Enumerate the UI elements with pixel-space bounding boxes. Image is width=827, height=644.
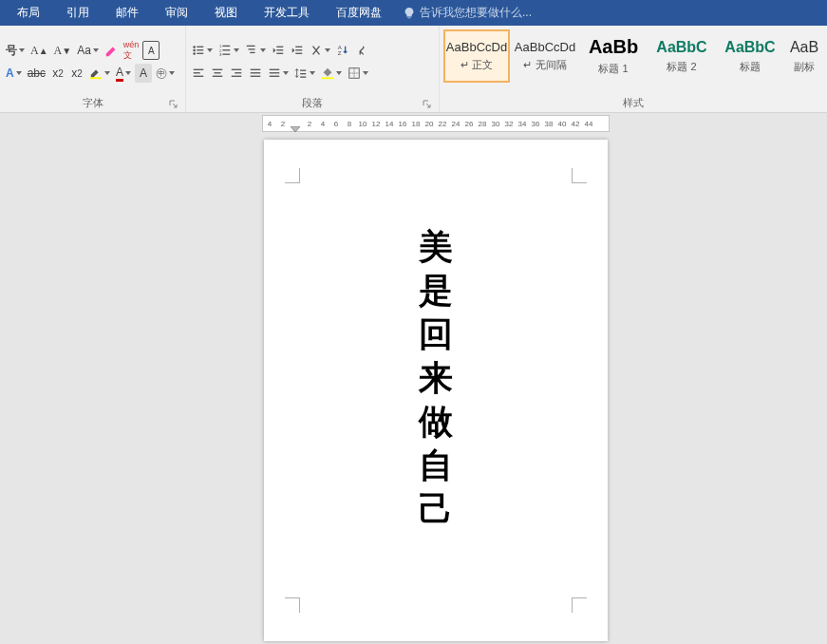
style-preview: AaBbCcDd: [446, 40, 507, 54]
svg-rect-33: [251, 69, 261, 70]
document-text[interactable]: 美是回来做自己: [419, 225, 453, 532]
character-shading-button[interactable]: A: [135, 64, 152, 83]
font-color-button[interactable]: A: [114, 64, 133, 83]
document-area: 4224681012141618202224262830323436384042…: [0, 113, 827, 644]
highlight-color-button[interactable]: [87, 64, 112, 83]
style-preview: AaBbC: [656, 39, 706, 56]
lightbulb-icon: [403, 7, 416, 20]
tab-references[interactable]: 引用: [53, 0, 103, 26]
enclose-characters-button[interactable]: ㊥: [154, 64, 177, 83]
svg-rect-32: [232, 76, 242, 77]
group-paragraph: 123 AZ 段落: [186, 26, 440, 112]
style-title[interactable]: AaBbC 标题: [717, 29, 783, 83]
sort-button[interactable]: AZ: [334, 41, 351, 60]
justify-button[interactable]: [247, 64, 264, 83]
svg-rect-41: [300, 77, 306, 78]
multilevel-list-button[interactable]: [243, 41, 268, 60]
strikethrough-button[interactable]: abc: [26, 64, 47, 83]
style-label: ↵ 正文: [460, 58, 493, 72]
increase-font-button[interactable]: A▲: [28, 41, 50, 60]
shading-button[interactable]: [319, 64, 344, 83]
svg-rect-25: [194, 72, 200, 73]
align-center-button[interactable]: [209, 64, 226, 83]
svg-rect-21: [295, 53, 302, 54]
tell-me-label: 告诉我您想要做什么...: [420, 5, 532, 21]
svg-text:Z: Z: [338, 49, 342, 56]
tab-layout[interactable]: 布局: [4, 0, 53, 26]
indent-marker-icon[interactable]: [291, 126, 300, 134]
crop-mark-bl: [285, 597, 300, 613]
svg-rect-39: [300, 70, 306, 71]
character-border-button[interactable]: A: [142, 41, 160, 60]
group-styles: AaBbCcDd ↵ 正文 AaBbCcDd ↵ 无间隔 AaBb 标题 1 A…: [440, 26, 827, 112]
style-normal[interactable]: AaBbCcDd ↵ 正文: [443, 29, 510, 83]
tab-view[interactable]: 视图: [201, 0, 251, 26]
font-size-button[interactable]: 号: [4, 41, 27, 60]
borders-button[interactable]: [346, 64, 370, 83]
style-subtitle[interactable]: AaB 副标: [785, 29, 823, 83]
paragraph-group-label: 段落: [190, 96, 435, 111]
subscript-button[interactable]: x2: [49, 64, 66, 83]
svg-rect-29: [213, 76, 223, 77]
font-dialog-launcher[interactable]: [168, 99, 179, 110]
style-preview: AaBbCcDd: [515, 40, 575, 54]
svg-rect-26: [194, 76, 204, 77]
show-hide-marks-button[interactable]: [353, 41, 370, 60]
style-label: 标题: [740, 60, 761, 74]
svg-rect-0: [90, 77, 102, 79]
paragraph-dialog-launcher[interactable]: [422, 99, 433, 110]
tab-baidu-netdisk[interactable]: 百度网盘: [323, 0, 395, 26]
svg-rect-27: [213, 69, 223, 70]
bullets-button[interactable]: [190, 41, 215, 60]
svg-rect-20: [295, 49, 302, 50]
decrease-indent-button[interactable]: [270, 41, 287, 60]
style-label: 标题 2: [667, 60, 696, 74]
svg-rect-36: [270, 69, 280, 70]
asian-layout-button[interactable]: [308, 41, 332, 60]
svg-rect-6: [197, 53, 203, 54]
style-label: ↵ 无间隔: [523, 58, 566, 72]
svg-rect-14: [249, 48, 255, 49]
svg-rect-38: [270, 76, 280, 77]
styles-gallery[interactable]: AaBbCcDd ↵ 正文 AaBbCcDd ↵ 无间隔 AaBb 标题 1 A…: [443, 28, 823, 96]
font-group-label: 字体: [4, 96, 181, 111]
style-no-spacing[interactable]: AaBbCcDd ↵ 无间隔: [512, 29, 578, 83]
style-heading-1[interactable]: AaBb 标题 1: [580, 29, 647, 83]
clear-formatting-button[interactable]: [103, 41, 120, 60]
style-preview: AaBbC: [724, 39, 775, 56]
svg-rect-40: [300, 73, 306, 74]
tab-review[interactable]: 审阅: [152, 0, 201, 26]
align-right-button[interactable]: [228, 64, 245, 83]
style-preview: AaBb: [589, 36, 638, 58]
svg-rect-28: [215, 72, 221, 73]
styles-group-label: 样式: [443, 96, 823, 111]
svg-rect-30: [232, 69, 242, 70]
style-heading-2[interactable]: AaBbC 标题 2: [648, 29, 715, 83]
horizontal-ruler[interactable]: 4224681012141618202224262830323436384042…: [262, 115, 610, 132]
svg-rect-19: [295, 47, 302, 47]
document-page[interactable]: 美是回来做自己: [264, 140, 608, 641]
change-case-button[interactable]: Aa: [75, 41, 101, 60]
text-effects-button[interactable]: A: [4, 64, 24, 83]
distributed-button[interactable]: [266, 64, 291, 83]
numbering-button[interactable]: 123: [216, 41, 241, 60]
svg-rect-42: [322, 77, 333, 79]
tab-developer[interactable]: 开发工具: [251, 0, 323, 26]
svg-rect-17: [276, 49, 283, 50]
svg-rect-13: [247, 46, 255, 47]
style-label: 标题 1: [598, 62, 628, 76]
phonetic-guide-button[interactable]: wén文: [122, 41, 141, 60]
crop-mark-tr: [572, 168, 587, 183]
svg-point-1: [193, 46, 196, 48]
align-left-button[interactable]: [190, 64, 207, 83]
tab-mailings[interactable]: 邮件: [103, 0, 152, 26]
ribbon: 号 A▲ A▼ Aa wén文 A A abc x2 x2 A A ㊥ 字体: [0, 26, 827, 113]
svg-rect-35: [251, 76, 261, 77]
superscript-button[interactable]: x2: [68, 64, 85, 83]
tell-me-search[interactable]: 告诉我您想要做什么...: [403, 5, 532, 21]
decrease-font-button[interactable]: A▼: [52, 41, 74, 60]
increase-indent-button[interactable]: [289, 41, 306, 60]
line-spacing-button[interactable]: [292, 64, 317, 83]
group-font: 号 A▲ A▼ Aa wén文 A A abc x2 x2 A A ㊥ 字体: [0, 26, 186, 112]
svg-rect-8: [222, 46, 230, 47]
